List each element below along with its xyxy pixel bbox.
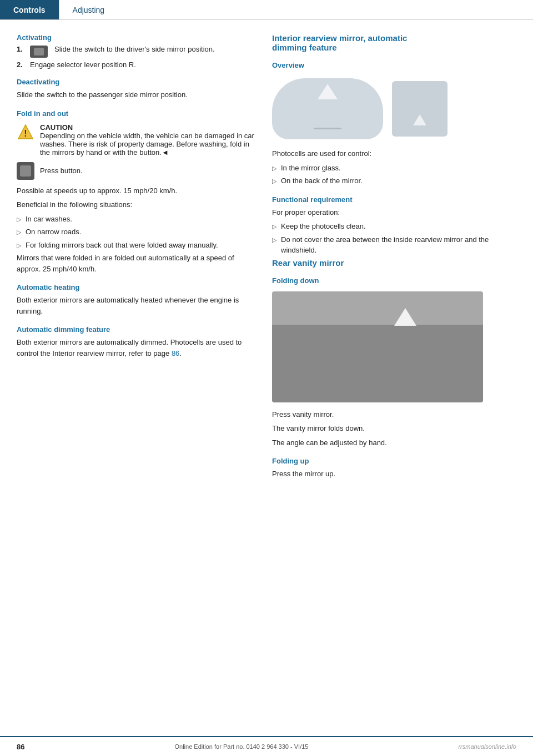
caution-box: ! CAUTION Depending on the vehicle width… bbox=[17, 123, 255, 157]
beneficial-list: In car washes. On narrow roads. For fold… bbox=[17, 214, 255, 251]
interior-mirror-image bbox=[272, 78, 383, 139]
possible-speeds-text: Possible at speeds up to approx. 15 mph/… bbox=[17, 185, 255, 196]
auto-heating-title: Automatic heating bbox=[17, 283, 255, 291]
caution-icon: ! bbox=[17, 123, 34, 141]
press-vanity-text: Press vanity mirror. bbox=[272, 409, 516, 420]
functional-bullet-2: Do not cover the area between the inside… bbox=[272, 234, 516, 256]
overview-title: Overview bbox=[272, 61, 516, 69]
deactivating-text: Slide the switch to the passenger side m… bbox=[17, 89, 255, 100]
mirror-images bbox=[272, 78, 516, 139]
right-column: Interior rearview mirror, automatic dimm… bbox=[272, 33, 516, 483]
svg-text:!: ! bbox=[24, 129, 27, 138]
page-link-86[interactable]: 86 bbox=[172, 349, 179, 357]
functional-list: Keep the photocells clean. Do not cover … bbox=[272, 221, 516, 256]
fold-title: Fold in and out bbox=[17, 109, 255, 118]
deactivating-title: Deactivating bbox=[17, 78, 255, 86]
page-number: 86 bbox=[17, 743, 24, 751]
caution-content: CAUTION Depending on the vehicle width, … bbox=[40, 123, 255, 157]
press-mirror-up-text: Press the mirror up. bbox=[272, 468, 516, 480]
functional-title: Functional requirement bbox=[272, 195, 516, 204]
mirrors-folded-text: Mirrors that were folded in are folded o… bbox=[17, 253, 255, 274]
switch-icon bbox=[30, 46, 48, 58]
angle-text: The angle can be adjusted by hand. bbox=[272, 437, 516, 448]
page-footer: 86 Online Edition for Part no. 0140 2 96… bbox=[0, 736, 533, 756]
header-adjusting-tab[interactable]: Adjusting bbox=[59, 0, 118, 19]
folds-down-text: The vanity mirror folds down. bbox=[272, 423, 516, 434]
bullet-item-3: For folding mirrors back out that were f… bbox=[17, 240, 255, 251]
bullet-item-1: In car washes. bbox=[17, 214, 255, 225]
rear-vanity-title: Rear vanity mirror bbox=[272, 258, 516, 268]
photocell-bullet-2: On the back of the mirror. bbox=[272, 175, 516, 187]
footer-doc: Online Edition for Part no. 0140 2 964 3… bbox=[174, 743, 308, 750]
controls-label: Controls bbox=[13, 6, 46, 14]
step1-text: Slide the switch to the driver's side mi… bbox=[54, 45, 215, 53]
caution-label: CAUTION bbox=[40, 123, 73, 132]
vanity-mirror-image bbox=[272, 291, 483, 402]
main-content: Activating 1. Slide the switch to the dr… bbox=[0, 20, 533, 494]
auto-dimming-text: Both exterior mirrors are automatically … bbox=[17, 337, 255, 359]
folding-up-title: Folding up bbox=[272, 457, 516, 465]
photocell-list: In the mirror glass. On the back of the … bbox=[272, 163, 516, 187]
bullet-item-2: On narrow roads. bbox=[17, 226, 255, 238]
activating-step2: 2. Engage selector lever position R. bbox=[17, 61, 255, 69]
press-button-text: Press button. bbox=[40, 167, 83, 175]
vanity-arrow-up bbox=[394, 308, 416, 326]
adjusting-label: Adjusting bbox=[73, 6, 105, 14]
interior-title: Interior rearview mirror, automatic dimm… bbox=[272, 33, 516, 52]
functional-bullet-1: Keep the photocells clean. bbox=[272, 221, 516, 232]
activating-title: Activating bbox=[17, 33, 255, 42]
header-controls-tab[interactable]: Controls bbox=[0, 0, 59, 19]
mirror-mount-image bbox=[392, 81, 447, 137]
mirror-arrow-up bbox=[318, 84, 338, 99]
functional-text: For proper operation: bbox=[272, 207, 516, 218]
photocell-bullet-1: In the mirror glass. bbox=[272, 163, 516, 174]
step2-text: Engage selector lever position R. bbox=[30, 61, 136, 69]
press-button-icon bbox=[17, 162, 34, 180]
activating-step1: 1. Slide the switch to the driver's side… bbox=[17, 45, 255, 57]
page-header: Controls Adjusting bbox=[0, 0, 533, 20]
vanity-inner bbox=[272, 325, 483, 402]
mirror-arrow-small bbox=[413, 114, 426, 125]
left-column: Activating 1. Slide the switch to the dr… bbox=[17, 33, 255, 483]
auto-heating-text: Both exterior mirrors are automatically … bbox=[17, 295, 255, 316]
photocells-text: Photocells are used for control: bbox=[272, 148, 516, 159]
press-button-row: Press button. bbox=[17, 162, 255, 180]
auto-dimming-title: Automatic dimming feature bbox=[17, 325, 255, 334]
beneficial-text: Beneficial in the following situations: bbox=[17, 199, 255, 210]
folding-down-title: Folding down bbox=[272, 276, 516, 285]
caution-text: Depending on the vehicle width, the vehi… bbox=[40, 132, 254, 157]
footer-brand: rrsmanualsonline.info bbox=[458, 743, 516, 750]
